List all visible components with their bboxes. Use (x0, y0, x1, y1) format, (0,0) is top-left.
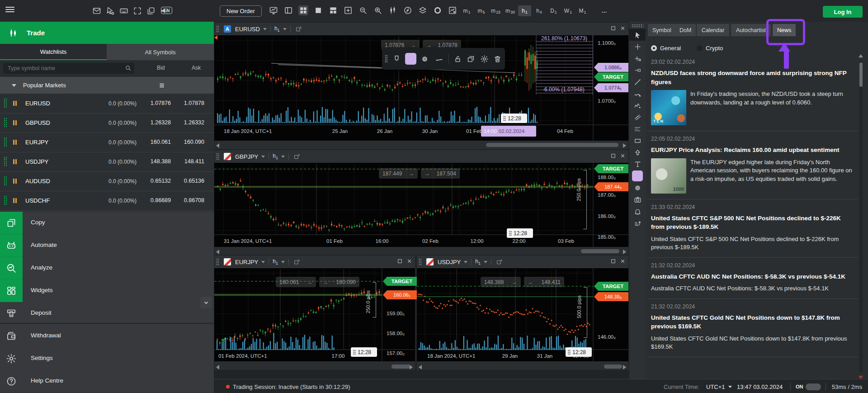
chart-h-scrollbar[interactable] (214, 142, 628, 149)
chart-timeframe[interactable]: h1 (273, 258, 278, 265)
time-tooltip[interactable]: 12:28 (507, 228, 533, 238)
watchlist-row-eurusd[interactable]: EURUSD0.0 (0.00%)1.078761.07878 (0, 94, 214, 114)
close-icon[interactable] (620, 153, 626, 159)
trade-section-header[interactable]: Trade (0, 22, 214, 44)
line-style-icon[interactable] (434, 54, 443, 64)
news-item[interactable]: 21:32 02.02.2024Australia CFTC AUD NC Ne… (647, 258, 858, 299)
scroll-right-icon[interactable] (623, 250, 626, 254)
timeframe-W1[interactable]: W1 (561, 5, 575, 16)
chart-header[interactable]: EURJPY h1 (214, 256, 415, 268)
fibonacci-icon[interactable] (629, 123, 646, 135)
sidebar-item-analyze[interactable]: Analyze (0, 257, 214, 279)
sidebar-item-widgets[interactable]: Widgets (0, 279, 214, 302)
filter-crypto[interactable]: Crypto (697, 45, 723, 52)
search-icon[interactable] (125, 65, 132, 71)
magnet-icon[interactable] (392, 54, 401, 64)
chart-link-icon[interactable] (293, 258, 301, 265)
scroll-left-icon[interactable] (419, 365, 422, 369)
scroll-left-icon[interactable] (216, 250, 219, 254)
functions-icon[interactable] (403, 5, 413, 15)
rectangle-icon[interactable] (629, 135, 646, 147)
chart-link-icon[interactable] (295, 25, 302, 33)
timeframe-D1[interactable]: D1 (547, 5, 560, 16)
new-order-button[interactable]: New Order (220, 5, 262, 17)
tab-dom[interactable]: DoM (675, 24, 696, 36)
chart-timeframe[interactable]: h1 (475, 258, 481, 265)
chart-h-scrollbar[interactable] (214, 363, 415, 370)
close-icon[interactable] (620, 25, 626, 31)
list-menu-icon[interactable] (158, 82, 165, 89)
add-chart-icon[interactable] (343, 5, 353, 15)
chart-header[interactable]: GBPJPY h1 (214, 150, 628, 163)
scrollbar-thumb[interactable] (581, 249, 619, 253)
scrollbar-thumb[interactable] (392, 365, 410, 369)
chart-header[interactable]: A EURUSD h1 (214, 23, 628, 35)
buy-button[interactable]: →160.090 (319, 277, 359, 287)
text-icon[interactable] (629, 158, 646, 170)
parallel-channel-icon[interactable] (629, 111, 646, 123)
split-view-icon[interactable] (328, 5, 338, 15)
maximize-icon[interactable] (610, 258, 616, 264)
symbol-ask[interactable]: 160.090 (0, 139, 204, 145)
timeframe-h1[interactable]: h1 (518, 5, 531, 16)
chart-link-icon[interactable] (293, 153, 301, 160)
scrollbar-thumb[interactable] (604, 365, 622, 369)
timeframe-m1[interactable]: m1 (460, 5, 473, 16)
chart-symbol[interactable]: EURUSD (235, 26, 260, 33)
time-tooltip[interactable]: 12:28 (351, 347, 377, 357)
watchlist-row-usdjpy[interactable]: USDJPY0.0 (0.00%)148.388148.411 (0, 152, 214, 172)
tab-autochartist[interactable]: Autochartist (731, 24, 771, 36)
news-item[interactable]: 22:05 02.02.2024EUR/JPY Price Analysis: … (647, 131, 858, 199)
scroll-right-icon[interactable] (410, 365, 413, 369)
virtual-keyboard-icon[interactable] (119, 6, 129, 16)
sidebar-item-automate[interactable]: Automate (0, 234, 214, 257)
radio-selected-icon[interactable] (651, 45, 657, 51)
collapse-menu-button[interactable] (200, 297, 212, 308)
tab-calendar[interactable]: Calendar (697, 24, 729, 36)
drag-handle-icon[interactable] (385, 55, 388, 63)
scroll-left-icon[interactable] (216, 365, 219, 369)
lock-icon[interactable] (453, 54, 462, 64)
tab-symbol[interactable]: Symbol (648, 24, 676, 36)
sell-button[interactable]: 148.388→ (481, 277, 521, 287)
maximize-icon[interactable] (610, 153, 616, 159)
caret-down-icon[interactable] (283, 28, 287, 30)
chart-timeframe[interactable]: h1 (273, 153, 278, 160)
scroll-right-icon[interactable] (623, 143, 626, 148)
caret-down-icon[interactable] (728, 386, 732, 388)
zoom-in-icon[interactable] (373, 5, 383, 15)
chart-plot-area[interactable]: 146.00₀TARGET148.38₈500.0 pips148.388→→1… (417, 268, 628, 361)
scrollbar-thumb[interactable] (859, 62, 863, 87)
watchlist-row-audusd[interactable]: AUDUSD0.0 (0.00%)0.651320.65136 (0, 171, 214, 191)
buy-button[interactable]: →148.411 (524, 277, 564, 287)
mail-icon[interactable] (92, 6, 102, 16)
close-icon[interactable] (620, 258, 626, 264)
maximize-icon[interactable] (397, 258, 403, 264)
news-title[interactable]: United States CFTC S&P 500 NC Net Positi… (651, 214, 854, 232)
drag-handle-icon[interactable] (419, 258, 422, 265)
scroll-down-icon[interactable] (859, 376, 863, 379)
symbol-search-input[interactable] (3, 63, 134, 74)
single-view-icon[interactable] (313, 5, 323, 15)
news-scrollbar[interactable] (858, 54, 863, 379)
chart-monitor-icon[interactable] (269, 5, 278, 15)
caret-down-icon[interactable] (281, 156, 285, 158)
color-swatch[interactable] (405, 53, 416, 65)
chart-symbol[interactable]: USDJPY (438, 259, 461, 265)
pointer-settings-icon[interactable] (105, 6, 115, 16)
sidebar-item-deposit[interactable]: Deposit (0, 302, 214, 325)
delete-icon[interactable] (493, 54, 502, 64)
page-layout-icon[interactable] (283, 5, 293, 15)
symbol-ask[interactable]: 148.411 (0, 158, 204, 165)
chart-plot-area[interactable]: 159.00₀158.00₀157.00₀TARGET160.06₁250.0 … (214, 268, 415, 361)
close-icon[interactable] (406, 258, 412, 264)
crosshair-icon[interactable] (629, 41, 646, 52)
timeframe-m15[interactable]: m15 (489, 5, 502, 16)
time-tooltip[interactable]: 12:28 (566, 347, 592, 357)
caret-down-icon[interactable] (261, 156, 265, 158)
color-swatch[interactable] (629, 170, 646, 182)
fullscreen-icon[interactable] (132, 6, 142, 16)
timezone-select[interactable]: UTC+1 (706, 384, 725, 390)
symbol-ask[interactable]: 0.65136 (0, 178, 204, 184)
caret-down-icon[interactable] (281, 261, 285, 263)
